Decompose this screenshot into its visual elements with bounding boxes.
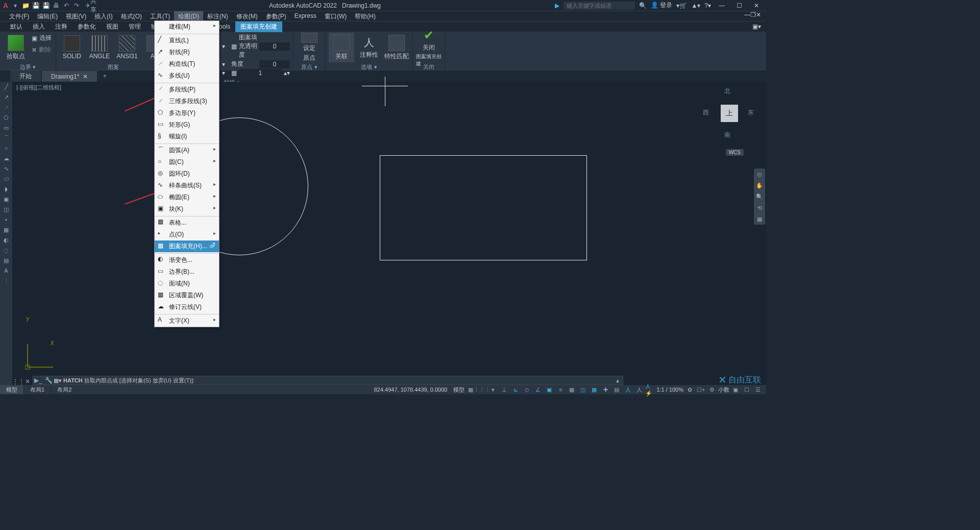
tool-arc-icon[interactable]: ⌒ [0, 133, 12, 143]
draw-menu-item-7[interactable]: ⬠多边形(Y) [155, 107, 219, 119]
status-polar-icon[interactable]: ⊾ [510, 386, 521, 394]
status-gear-icon[interactable]: ✿ [684, 386, 695, 394]
status-units[interactable]: 小数 [718, 386, 729, 394]
status-annoauto-icon[interactable]: 人⚡ [645, 386, 655, 394]
menu-modify[interactable]: 修改(M) [232, 11, 262, 21]
doc-restore-button[interactable]: ❐ [750, 11, 756, 21]
drawing-rectangle[interactable] [380, 155, 587, 260]
cmd-config-icon[interactable]: 🔧 [43, 377, 54, 384]
angle-value[interactable]: 0 [259, 60, 290, 68]
draw-menu-item-18[interactable]: ▦图案填充(H)...⮰ [155, 240, 219, 252]
draw-menu-item-22[interactable]: ▦区域覆盖(W) [155, 290, 219, 301]
tab-drawing1[interactable]: Drawing1* ✕ [42, 71, 97, 82]
user-icon[interactable]: 👤 登录 [651, 1, 672, 10]
pattern-solid[interactable]: SOLID [59, 33, 85, 62]
status-plus-icon[interactable]: ☐+ [696, 386, 706, 394]
transparency-value[interactable]: 0 [259, 42, 290, 51]
menu-view[interactable]: 视图(V) [62, 11, 90, 21]
tool-point-icon[interactable]: • [0, 214, 12, 225]
tool-circle-icon[interactable]: ○ [0, 143, 12, 153]
draw-menu-item-10[interactable]: ⌒圆弧(A) [155, 143, 219, 156]
menu-file[interactable]: 文件(F) [5, 11, 33, 21]
status-lwt-icon[interactable]: ≡ [555, 386, 566, 394]
share-button[interactable]: ✈ 共享 [87, 2, 95, 10]
match-props-button[interactable]: 特性匹配 [384, 33, 409, 62]
scale-value[interactable]: 1 [239, 69, 282, 77]
doc-close-button[interactable]: ✕ [756, 11, 761, 21]
qat-redo-icon[interactable]: ↷ [72, 2, 81, 10]
status-person-icon[interactable]: 人 [623, 386, 633, 394]
viewcube-east[interactable]: 东 [748, 108, 754, 117]
canvas[interactable]: [-][俯视][二维线框] Y X 北 南 西 东 上 WCS ◎ ✋ 🔍 ⟲ [12, 82, 766, 394]
tool-polyline-icon[interactable]: ⟋ [0, 102, 12, 112]
tool-rectangle-icon[interactable]: ▭ [0, 123, 12, 133]
menu-help[interactable]: 帮助(H) [351, 11, 380, 21]
tool-region-icon[interactable]: ◌ [0, 245, 12, 255]
search-icon[interactable]: 🔍 [639, 2, 647, 9]
tool-line-icon[interactable]: ╱ [0, 82, 12, 92]
tool-hatch-icon[interactable]: ▦ [0, 225, 12, 235]
help-icon[interactable]: ?▾ [704, 2, 711, 9]
ribbon-tab-hatch[interactable]: 图案填充创建 [235, 21, 282, 32]
pattern-ansi31[interactable]: ANSI31 [114, 33, 140, 62]
viewport-label[interactable]: [-][俯视][二维线框] [16, 84, 61, 91]
draw-menu-item-4[interactable]: ∿多线(U) [155, 70, 219, 82]
qat-save-icon[interactable]: 💾 [32, 2, 40, 10]
menu-edit[interactable]: 编辑(E) [33, 11, 62, 21]
draw-menu-item-9[interactable]: §螺旋(I) [155, 131, 219, 142]
cart-icon[interactable]: ▾🛒 [676, 2, 687, 9]
status-ws-icon[interactable]: ⚙ [707, 386, 717, 394]
menu-format[interactable]: 格式(O) [117, 11, 146, 21]
qat-plot-icon[interactable]: 🖶 [52, 2, 60, 10]
qat-undo-icon[interactable]: ↶ [62, 2, 70, 10]
status-aw-icon[interactable]: 人 [634, 386, 644, 394]
draw-menu-item-20[interactable]: ▭边界(B)... [155, 266, 219, 278]
pick-points-button[interactable]: 拾取点 [3, 33, 29, 62]
add-tab-button[interactable]: + [98, 71, 112, 81]
minimize-button[interactable]: — [715, 2, 728, 9]
nav-orbit-icon[interactable]: ⟲ [754, 202, 765, 213]
menu-insert[interactable]: 插入(I) [90, 11, 116, 21]
maximize-button[interactable]: ☐ [732, 2, 746, 9]
status-dyn-icon[interactable]: ✚ [600, 386, 610, 394]
status-iso-icon[interactable]: ◇ [522, 386, 532, 394]
draw-menu-item-24[interactable]: A文字(X) [155, 314, 219, 327]
draw-menu-item-11[interactable]: ○圆(C) [155, 156, 219, 168]
tool-spline-icon[interactable]: ∿ [0, 163, 12, 174]
tool-more-icon[interactable]: ⋮ [0, 276, 12, 286]
viewcube[interactable]: 北 南 西 东 上 [703, 87, 754, 138]
draw-menu-item-8[interactable]: ▭矩形(G) [155, 119, 219, 131]
status-osnap-icon[interactable]: ∠ [533, 386, 543, 394]
draw-menu-item-0[interactable]: 建模(M) [155, 21, 219, 33]
draw-menu-item-1[interactable]: ╱直线(L) [155, 34, 219, 46]
doc-minimize-button[interactable]: — [744, 11, 750, 21]
draw-menu-item-19[interactable]: ◐渐变色... [155, 253, 219, 266]
draw-menu-item-5[interactable]: ⟋多段线(P) [155, 83, 219, 95]
menu-tools[interactable]: 工具(T) [146, 11, 174, 21]
status-snap-icon[interactable]: ⋮⋮⋮ [477, 386, 487, 394]
ribbon-collapse-icon[interactable]: ▣▾ [752, 23, 766, 30]
tool-text-icon[interactable]: A [0, 266, 12, 276]
draw-menu-item-6[interactable]: ⟋三维多段线(3) [155, 95, 219, 107]
status-transp-icon[interactable]: ▦ [567, 386, 577, 394]
wcs-badge[interactable]: WCS [726, 149, 744, 156]
viewcube-north[interactable]: 北 [724, 87, 730, 95]
qat-new-icon[interactable]: ▾ [11, 2, 19, 10]
ucs-icon[interactable]: Y X [22, 342, 58, 374]
nav-wheel-icon[interactable]: ◎ [754, 168, 765, 180]
tool-polygon-icon[interactable]: ⬠ [0, 112, 12, 123]
select-button[interactable]: ▣ 选择 [31, 33, 53, 43]
status-infer-icon[interactable]: ▾ [488, 386, 498, 394]
menu-draw[interactable]: 绘图(D) [174, 11, 203, 21]
nav-showmotion-icon[interactable]: ▦ [754, 213, 765, 225]
menu-dimension[interactable]: 标注(N) [203, 11, 232, 21]
draw-menu-item-15[interactable]: ▣块(K) [155, 203, 219, 215]
draw-menu-item-16[interactable]: ▦表格... [155, 216, 219, 229]
ribbon-tab-default[interactable]: 默认 [5, 21, 28, 32]
draw-menu-item-13[interactable]: ∿样条曲线(S) [155, 180, 219, 191]
cmd-handle-icon[interactable]: ⋮⋮ [12, 378, 22, 385]
qat-open-icon[interactable]: 📁 [21, 2, 30, 10]
annotative-button[interactable]: 人注释性 [356, 33, 382, 62]
menu-window[interactable]: 窗口(W) [321, 11, 351, 21]
viewcube-top[interactable]: 上 [721, 105, 738, 122]
